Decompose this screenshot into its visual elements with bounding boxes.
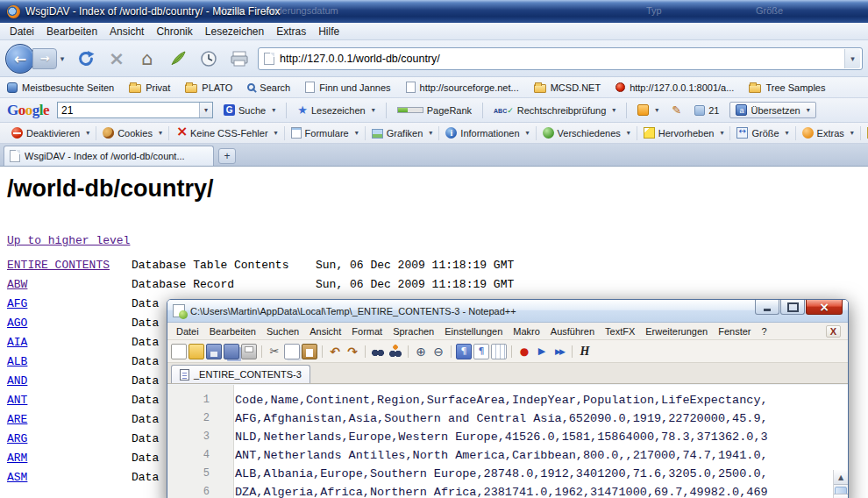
menu-item[interactable]: Makro <box>508 325 545 338</box>
translate-button[interactable]: Übersetzen <box>729 102 815 118</box>
word-find-counter[interactable]: 21 <box>692 103 722 117</box>
url-bar[interactable] <box>258 47 863 70</box>
record-macro-icon[interactable] <box>516 344 532 359</box>
separator[interactable] <box>259 344 265 359</box>
menu-item[interactable]: Datei <box>4 24 40 39</box>
menu-item[interactable]: Chronik <box>150 24 198 39</box>
entry-link[interactable]: AND <box>7 372 132 391</box>
editor-area[interactable]: 1Code,Name,Continent,Region,SurfaceArea,… <box>167 385 848 498</box>
entry-link[interactable]: ABW <box>7 275 132 295</box>
pagerank-indicator[interactable]: PageRank <box>395 103 474 117</box>
google-search-button[interactable]: GSuche <box>221 103 278 117</box>
menu-item[interactable]: Datei <box>171 325 204 338</box>
feed-reader-icon[interactable] <box>166 46 190 71</box>
copy-icon[interactable] <box>284 344 300 359</box>
reload-button[interactable] <box>74 46 98 71</box>
entry-link[interactable]: ENTIRE CONTENTS <box>7 256 132 275</box>
find-icon[interactable] <box>370 344 386 359</box>
entry-link[interactable]: AIA <box>7 333 132 352</box>
cut-icon[interactable] <box>267 344 282 359</box>
menu-item[interactable]: Suchen <box>261 325 304 338</box>
up-to-higher-level-link[interactable]: Up to higher level <box>7 234 130 247</box>
menu-item[interactable]: Fenster <box>713 325 756 338</box>
webdev-menu-button[interactable]: Extras <box>796 126 861 140</box>
entry-link[interactable]: ARE <box>7 410 132 430</box>
webdev-menu-button[interactable]: Keine CSS-Fehler <box>169 126 285 140</box>
print-button[interactable] <box>227 46 252 71</box>
url-dropdown-button[interactable] <box>844 49 860 68</box>
menu-item[interactable]: Erweiterungen <box>640 325 713 338</box>
separator[interactable] <box>569 344 575 359</box>
bookmark-item[interactable]: Finn und Jannes <box>305 82 390 93</box>
play-macro-icon[interactable] <box>534 344 550 359</box>
document-tab[interactable]: _ENTIRE_CONTENTS-3 <box>171 365 310 383</box>
webdev-menu-button[interactable]: Größe <box>730 126 795 140</box>
run-macro-multiple-icon[interactable] <box>551 344 567 359</box>
notepad-titlebar[interactable]: C:\Users\Martin\AppData\Local\Temp\_ENTI… <box>167 300 848 323</box>
google-search-box[interactable] <box>57 102 213 118</box>
home-button[interactable] <box>135 46 160 71</box>
menu-item[interactable]: TextFX <box>600 325 640 338</box>
bookmark-item[interactable]: http://sourceforge.net... <box>406 82 519 93</box>
menu-item[interactable]: Ausführen <box>545 325 600 338</box>
open-file-icon[interactable] <box>189 344 204 359</box>
menu-item[interactable]: Hilfe <box>312 24 345 39</box>
show-symbols-icon[interactable] <box>473 344 489 359</box>
word-wrap-icon[interactable] <box>456 344 472 359</box>
bookmark-item[interactable]: Meistbesuchte Seiten <box>7 82 114 93</box>
autofill-button[interactable] <box>635 103 661 117</box>
webdev-menu-button[interactable]: Grafiken <box>366 126 440 140</box>
indent-guide-icon[interactable] <box>491 344 507 359</box>
google-bookmarks-button[interactable]: Lesezeichen <box>295 102 377 118</box>
undo-icon[interactable] <box>327 344 343 359</box>
new-tab-button[interactable]: + <box>218 148 236 164</box>
save-all-icon[interactable] <box>224 344 239 359</box>
minimize-button[interactable] <box>755 300 779 315</box>
separator[interactable] <box>448 344 454 359</box>
vertical-scrollbar[interactable] <box>833 470 848 498</box>
webdev-menu-button[interactable]: Deaktivieren <box>5 126 96 140</box>
entry-link[interactable]: AGO <box>7 314 132 333</box>
entry-link[interactable]: AFG <box>7 295 132 314</box>
print-icon[interactable] <box>241 344 257 359</box>
new-file-icon[interactable] <box>171 344 187 359</box>
notepad-window[interactable]: C:\Users\Martin\AppData\Local\Temp\_ENTI… <box>167 299 849 498</box>
menu-item[interactable]: Lesezeichen <box>199 24 270 39</box>
back-button[interactable] <box>5 44 35 74</box>
webdev-menu-button[interactable]: Informationen <box>439 126 536 140</box>
separator[interactable] <box>319 344 325 359</box>
url-input[interactable] <box>280 53 839 65</box>
menu-item[interactable]: Bearbeiten <box>204 325 261 338</box>
zoom-in-icon[interactable] <box>413 344 429 359</box>
stop-button[interactable] <box>104 46 129 71</box>
separator[interactable] <box>405 344 411 359</box>
entry-link[interactable]: ASM <box>7 468 132 487</box>
menu-item[interactable]: ? <box>756 325 772 338</box>
document-close-button[interactable]: X <box>826 325 841 338</box>
menu-item[interactable]: Bearbeiten <box>40 24 103 39</box>
highlight-pen-button[interactable] <box>669 102 684 118</box>
close-button[interactable] <box>806 300 843 315</box>
paste-icon[interactable] <box>302 344 317 359</box>
bookmark-item[interactable]: Search <box>247 82 290 93</box>
history-clock-icon[interactable] <box>196 46 221 71</box>
menu-item[interactable]: Ansicht <box>103 24 150 39</box>
google-search-input[interactable] <box>58 104 199 117</box>
bookmark-item[interactable]: Privat <box>129 82 170 93</box>
webdev-menu-button[interactable]: Hervorheben <box>637 126 731 140</box>
entry-link[interactable]: ALB <box>7 352 132 372</box>
textfx-icon[interactable] <box>577 344 593 359</box>
spellcheck-button[interactable]: ABCRechtschreibprüfung <box>491 103 618 117</box>
history-dropdown-icon[interactable] <box>57 48 68 69</box>
search-history-dropdown-icon[interactable] <box>199 103 212 117</box>
firefox-titlebar[interactable]: WsgiDAV - Index of /world-db/country/ - … <box>0 0 868 23</box>
menu-item[interactable]: Format <box>346 325 388 338</box>
menu-item[interactable]: Einstellungen <box>439 325 508 338</box>
webdev-menu-button[interactable]: Formulare <box>285 126 366 140</box>
webdev-menu-button[interactable]: Cookies <box>96 126 169 140</box>
bookmark-item[interactable]: Tree Samples <box>749 82 825 93</box>
entry-link[interactable]: ARG <box>7 430 132 449</box>
bookmark-item[interactable]: PLATO <box>185 82 232 93</box>
zoom-out-icon[interactable] <box>430 344 446 359</box>
maximize-button[interactable] <box>780 300 805 315</box>
